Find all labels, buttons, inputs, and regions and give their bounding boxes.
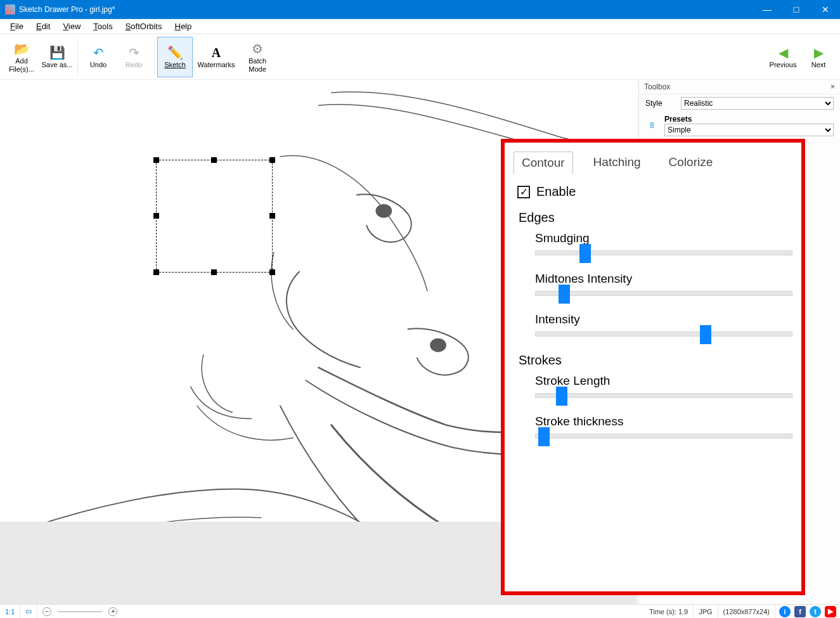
- zoom-in-button[interactable]: +: [108, 607, 117, 616]
- panel-close-icon[interactable]: ×: [830, 82, 835, 91]
- smudging-label: Smudging: [535, 231, 792, 245]
- selection-handle[interactable]: [153, 213, 159, 219]
- gear-icon: ⚙: [249, 41, 266, 57]
- stroke-thickness-slider[interactable]: [535, 434, 792, 439]
- redo-button[interactable]: ↷ Redo: [116, 37, 152, 77]
- tab-contour[interactable]: Contour: [514, 151, 573, 174]
- zoom-out-button[interactable]: −: [42, 607, 51, 616]
- style-label: Style: [645, 99, 676, 108]
- previous-button[interactable]: ◀ Previous: [765, 37, 801, 77]
- menu-edit[interactable]: Edit: [30, 20, 56, 32]
- redo-icon: ↷: [126, 44, 142, 61]
- menu-softorbits[interactable]: SoftOrbits: [119, 20, 169, 32]
- toolbox-title: Toolbox: [644, 82, 670, 91]
- next-button[interactable]: ▶ Next: [801, 37, 836, 77]
- menubar: File Edit View Tools SoftOrbits Help: [0, 19, 840, 34]
- selection-handle[interactable]: [269, 213, 275, 219]
- save-icon: 💾: [49, 44, 65, 61]
- youtube-icon[interactable]: ▶: [825, 606, 836, 617]
- statusbar: 1:1 ▭ − + Time (s): 1.9 JPG (1280x877x24…: [0, 604, 840, 618]
- selection-handle[interactable]: [211, 157, 217, 163]
- selection-rectangle[interactable]: [156, 160, 273, 273]
- selection-handle[interactable]: [269, 269, 275, 275]
- info-icon[interactable]: i: [779, 606, 791, 617]
- window-minimize-button[interactable]: —: [753, 0, 782, 19]
- slider-thumb[interactable]: [579, 244, 591, 263]
- window-titlebar: Sketch Drawer Pro - girl.jpg* — □ ✕: [0, 0, 840, 19]
- app-icon: [5, 4, 15, 15]
- enable-checkbox[interactable]: ✓: [517, 186, 530, 198]
- sketch-icon: ✏️: [167, 44, 183, 61]
- tab-hatching[interactable]: Hatching: [586, 151, 649, 174]
- zoom-slider[interactable]: [58, 611, 102, 612]
- midtones-label: Midtones Intensity: [535, 272, 792, 286]
- undo-icon: ↶: [90, 44, 107, 61]
- menu-help[interactable]: Help: [168, 20, 198, 32]
- presets-select[interactable]: Simple: [664, 124, 834, 136]
- midtones-slider[interactable]: [535, 291, 792, 296]
- batch-mode-button[interactable]: ⚙ Batch Mode: [240, 37, 275, 77]
- window-title: Sketch Drawer Pro - girl.jpg*: [19, 5, 753, 14]
- tab-colorize[interactable]: Colorize: [661, 151, 721, 174]
- main-toolbar: 📂 Add File(s)... 💾 Save as... ↶ Undo ↷ R…: [0, 34, 840, 80]
- watermarks-button[interactable]: A Watermarks: [193, 37, 240, 77]
- intensity-slider[interactable]: [535, 332, 792, 337]
- watermark-icon: A: [208, 44, 224, 61]
- stroke-length-label: Stroke Length: [535, 374, 792, 388]
- presets-icon[interactable]: 🎚: [645, 119, 659, 132]
- facebook-icon[interactable]: f: [794, 606, 806, 617]
- zoom-ratio[interactable]: 1:1: [0, 605, 20, 618]
- fit-screen-button[interactable]: ▭: [20, 605, 37, 618]
- selection-handle[interactable]: [269, 157, 275, 163]
- undo-button[interactable]: ↶ Undo: [81, 37, 116, 77]
- window-close-button[interactable]: ✕: [811, 0, 840, 19]
- slider-thumb[interactable]: [559, 285, 570, 304]
- slider-thumb[interactable]: [700, 325, 711, 344]
- smudging-slider[interactable]: [535, 250, 792, 255]
- slider-thumb[interactable]: [556, 387, 567, 406]
- selection-handle[interactable]: [153, 269, 159, 275]
- edges-group-label: Edges: [519, 210, 787, 225]
- arrow-left-icon: ◀: [775, 44, 791, 61]
- arrow-right-icon: ▶: [810, 44, 827, 61]
- stroke-length-slider[interactable]: [535, 393, 792, 398]
- presets-label: Presets: [664, 115, 834, 124]
- status-dimensions: (1280x877x24): [718, 605, 775, 618]
- style-select[interactable]: Realistic: [681, 97, 834, 110]
- slider-thumb[interactable]: [538, 427, 550, 446]
- status-format: JPG: [694, 605, 718, 618]
- enable-label: Enable: [536, 184, 576, 199]
- save-as-button[interactable]: 💾 Save as...: [39, 37, 75, 77]
- intensity-label: Intensity: [535, 312, 792, 326]
- selection-handle[interactable]: [211, 269, 217, 275]
- add-files-icon: 📂: [13, 41, 30, 57]
- strokes-group-label: Strokes: [519, 353, 787, 368]
- menu-file[interactable]: File: [4, 20, 30, 32]
- stroke-thickness-label: Stroke thickness: [535, 415, 792, 428]
- menu-view[interactable]: View: [56, 20, 87, 32]
- contour-settings-panel: Contour Hatching Colorize ✓ Enable Edges…: [501, 139, 805, 595]
- window-maximize-button[interactable]: □: [782, 0, 811, 19]
- add-files-button[interactable]: 📂 Add File(s)...: [4, 37, 39, 77]
- menu-tools[interactable]: Tools: [87, 20, 119, 32]
- status-time: Time (s): 1.9: [644, 605, 694, 618]
- sketch-button[interactable]: ✏️ Sketch: [157, 37, 193, 77]
- twitter-icon[interactable]: t: [810, 606, 821, 617]
- selection-handle[interactable]: [153, 157, 159, 163]
